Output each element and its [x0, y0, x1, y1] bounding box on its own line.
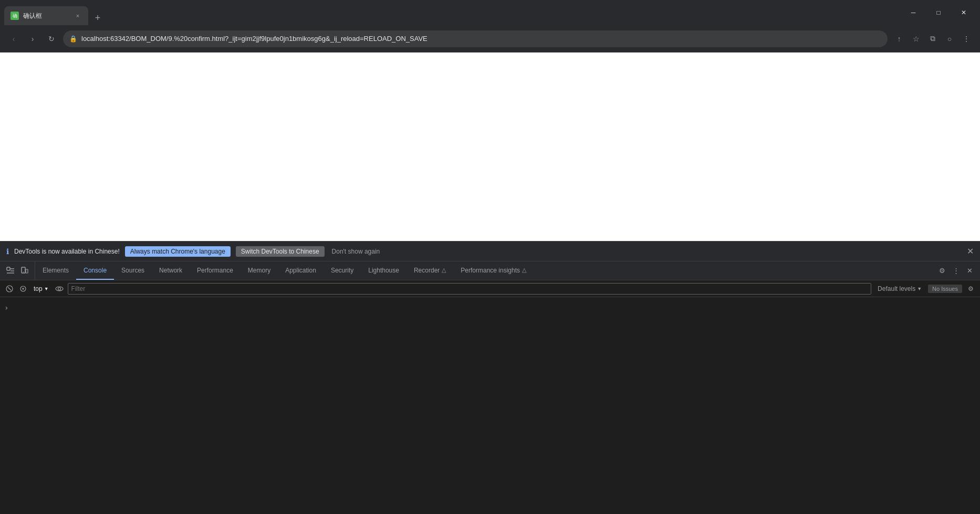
console-issues-counter[interactable]: No Issues — [928, 285, 962, 293]
devtools-settings-button[interactable]: ⚙ — [936, 265, 948, 277]
tab-favicon: 确 — [11, 12, 19, 20]
title-bar-controls: ─ □ ✕ — [901, 4, 976, 21]
devtools-notification-bar: ℹ DevTools is now available in Chinese! … — [0, 242, 980, 261]
browser-window: 确 确认框 × + ─ □ ✕ ‹ › ↻ 🔒 localhost:63342/… — [0, 0, 980, 514]
tab-elements[interactable]: Elements — [35, 261, 76, 280]
account-icon: ○ — [947, 35, 952, 43]
tab-memory[interactable]: Memory — [241, 261, 278, 280]
inspect-element-button[interactable] — [4, 265, 17, 277]
devtools-close-button[interactable]: ✕ — [963, 265, 976, 277]
console-prompt-line: › — [4, 303, 976, 312]
svg-rect-6 — [26, 269, 28, 273]
nav-bar: ‹ › ↻ 🔒 localhost:63342/BOM_DOM/9.%20con… — [0, 25, 980, 53]
account-button[interactable]: ○ — [942, 32, 957, 46]
url-text: localhost:63342/BOM_DOM/9.%20confirm.htm… — [81, 35, 881, 43]
console-filter-input[interactable] — [68, 283, 872, 295]
devtools-toolbar: Elements Console Sources Network Perform… — [0, 261, 980, 280]
title-bar: 确 确认框 × + ─ □ ✕ — [0, 0, 980, 25]
maximize-button[interactable]: □ — [926, 4, 951, 21]
console-create-live-expression-button[interactable] — [18, 284, 28, 294]
close-devtools-icon: ✕ — [967, 267, 973, 275]
prompt-arrow-icon: › — [4, 303, 8, 312]
console-gear-icon: ⚙ — [968, 285, 974, 292]
notification-text: DevTools is now available in Chinese! — [14, 248, 120, 255]
split-icon: ⧉ — [930, 34, 935, 43]
log-levels-dropdown-icon: ▼ — [917, 286, 922, 291]
notification-close-button[interactable]: ✕ — [967, 246, 974, 256]
share-icon: ↑ — [898, 35, 901, 43]
tab-lighthouse[interactable]: Lighthouse — [361, 261, 406, 280]
dont-show-again-button[interactable]: Don't show again — [332, 248, 380, 255]
tab-strip: 确 确认框 × + — [4, 0, 901, 25]
console-output[interactable]: › — [0, 297, 980, 514]
window-close-button[interactable]: ✕ — [952, 4, 976, 21]
svg-point-13 — [58, 287, 60, 290]
svg-line-8 — [8, 287, 11, 290]
forward-button[interactable]: › — [25, 32, 40, 46]
devtools-icon-group — [0, 261, 35, 280]
console-toolbar: top ▼ Default levels ▼ No Issues ⚙ — [0, 280, 980, 297]
console-settings-button[interactable]: ⚙ — [965, 284, 976, 294]
active-tab[interactable]: 确 确认框 × — [4, 6, 88, 25]
star-icon: ☆ — [913, 35, 920, 43]
context-dropdown-icon: ▼ — [44, 286, 49, 291]
settings-icon: ⚙ — [939, 267, 945, 275]
tab-application[interactable]: Application — [278, 261, 324, 280]
tab-security[interactable]: Security — [324, 261, 361, 280]
console-filter-by-url-button[interactable] — [54, 284, 65, 294]
menu-button[interactable]: ⋮ — [959, 32, 974, 46]
share-button[interactable]: ↑ — [892, 32, 906, 46]
tab-console[interactable]: Console — [76, 261, 114, 280]
devtools-toolbar-right: ⚙ ⋮ ✕ — [932, 265, 980, 277]
tab-recorder[interactable]: Recorder △ — [406, 261, 453, 280]
tab-network[interactable]: Network — [152, 261, 190, 280]
recorder-icon: △ — [442, 267, 446, 274]
console-log-levels-selector[interactable]: Default levels ▼ — [874, 284, 925, 293]
minimize-button[interactable]: ─ — [901, 4, 925, 21]
lock-icon: 🔒 — [69, 35, 77, 43]
tab-performance[interactable]: Performance — [190, 261, 241, 280]
match-language-button[interactable]: Always match Chrome's language — [125, 246, 231, 257]
switch-to-chinese-button[interactable]: Switch DevTools to Chinese — [236, 246, 325, 257]
nav-actions: ↑ ☆ ⧉ ○ ⋮ — [892, 32, 974, 46]
address-bar[interactable]: 🔒 localhost:63342/BOM_DOM/9.%20confirm.h… — [63, 30, 888, 47]
page-content — [0, 53, 980, 241]
devtools-tabs: Elements Console Sources Network Perform… — [35, 261, 932, 280]
tab-performance-insights[interactable]: Performance insights △ — [453, 261, 534, 280]
console-context-selector[interactable]: top ▼ — [32, 284, 51, 293]
console-clear-button[interactable] — [4, 284, 15, 294]
bookmark-button[interactable]: ☆ — [909, 32, 923, 46]
tab-close-button[interactable]: × — [74, 12, 82, 20]
more-icon: ⋮ — [953, 267, 960, 275]
back-button[interactable]: ‹ — [6, 32, 21, 46]
chrome-menu-icon: ⋮ — [963, 35, 970, 43]
svg-rect-0 — [7, 267, 10, 270]
perf-insights-icon: △ — [522, 267, 526, 274]
tab-sources[interactable]: Sources — [114, 261, 152, 280]
new-tab-button[interactable]: + — [90, 11, 105, 25]
refresh-button[interactable]: ↻ — [44, 32, 59, 46]
notification-info-icon: ℹ — [6, 247, 9, 256]
devtools-panel: ℹ DevTools is now available in Chinese! … — [0, 241, 980, 514]
tab-title: 确认框 — [23, 12, 69, 20]
split-button[interactable]: ⧉ — [925, 32, 940, 46]
devtools-more-button[interactable]: ⋮ — [950, 265, 962, 277]
device-toolbar-button[interactable] — [18, 265, 30, 277]
